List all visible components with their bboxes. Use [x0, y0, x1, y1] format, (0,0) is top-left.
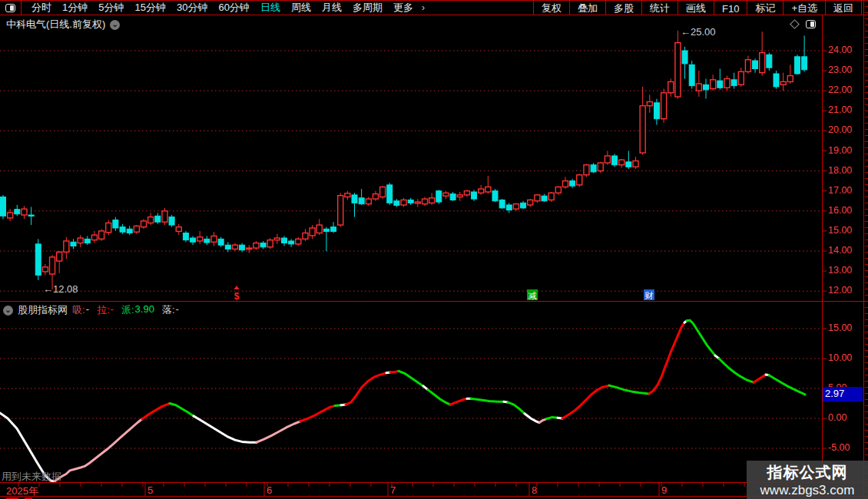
indicator-axis-label: 15.00 [828, 322, 863, 333]
indicator-current-value: 2.97 [823, 387, 863, 402]
svg-text:$: $ [234, 291, 240, 302]
indicator-line-segment [687, 320, 715, 355]
candle [296, 239, 301, 244]
candle [162, 211, 167, 222]
candle [633, 161, 638, 167]
candle [591, 165, 596, 172]
price-label: 21.00 [828, 104, 863, 115]
candle [387, 185, 393, 203]
watermark: 指标公式网 www.zbgs3.com [747, 461, 868, 499]
diamond-icon[interactable] [790, 19, 800, 29]
candle [724, 79, 730, 88]
indicator-line-segment [257, 421, 300, 442]
candle [436, 191, 442, 202]
candle [577, 175, 582, 185]
candle [745, 60, 750, 72]
candle [422, 199, 428, 204]
axis-right-border [863, 0, 864, 499]
candle [668, 81, 674, 92]
svg-text:减: 减 [528, 291, 537, 300]
candle [197, 237, 203, 241]
indicator-line-segment [450, 398, 467, 405]
candle [689, 64, 694, 85]
candle [345, 193, 350, 197]
right-scrollbar-strip[interactable] [865, 0, 868, 499]
candle [78, 238, 83, 243]
panel-divider [0, 301, 868, 302]
candle [35, 244, 41, 275]
candle [682, 51, 687, 64]
indicator-line-segment [471, 398, 504, 402]
candle [359, 198, 364, 204]
candle [84, 239, 90, 243]
candle [506, 205, 512, 210]
candle [584, 165, 589, 175]
candle [647, 102, 652, 106]
candle [675, 43, 681, 97]
chevron-down-icon[interactable]: ⌄ [110, 20, 120, 30]
indicator-line-segment [546, 417, 558, 418]
indicator-line-segment [390, 371, 399, 372]
candle [274, 238, 280, 240]
indicator-fields: 吸: -拉: -派: 3.90落: - [72, 303, 179, 317]
month-label-5: 5 [147, 484, 153, 496]
candle [380, 187, 386, 197]
indicator-field: 落: - [162, 303, 179, 317]
chart-canvas[interactable]: ←25.00←12.08$减财 [0, 0, 868, 499]
candle [352, 195, 357, 203]
candle [240, 245, 245, 250]
candle [704, 84, 709, 90]
candle [338, 196, 343, 225]
window-split-icon[interactable] [806, 20, 816, 28]
month-label-9: 9 [661, 484, 667, 496]
price-label: 19.00 [828, 145, 863, 156]
indicator-header: ⌄ 股朋指标网 吸: -拉: -派: 3.90落: - [3, 303, 179, 317]
indicator-line-segment [539, 419, 546, 423]
candle [429, 198, 435, 203]
candle [183, 233, 188, 240]
svg-text:财: 财 [645, 291, 654, 300]
candle [50, 257, 55, 274]
price-label: 23.00 [828, 64, 863, 75]
app-window: 分时1分钟5分钟15分钟30分钟60分钟日线周线月线多周期更多› 复权叠加多股统… [0, 0, 868, 499]
candle [366, 199, 371, 204]
indicator-line-segment [142, 404, 170, 419]
watermark-title: 指标公式网 [767, 462, 848, 483]
indicator-line-segment [769, 375, 805, 395]
candle [731, 80, 737, 86]
candle [598, 163, 603, 170]
price-label: 16.00 [828, 205, 863, 216]
candle [260, 243, 266, 247]
candle [1, 197, 6, 216]
indicator-field: 吸: - [72, 303, 89, 317]
candle [711, 80, 716, 89]
candle [204, 239, 210, 243]
candle [794, 57, 800, 74]
chevron-down-icon[interactable]: ⌄ [3, 306, 13, 316]
candle [780, 81, 786, 84]
candle [626, 162, 631, 167]
candle [28, 215, 34, 216]
candle [542, 196, 547, 201]
candle [787, 76, 793, 82]
indicator-line-segment [194, 416, 257, 442]
candle [225, 245, 230, 249]
candle [499, 200, 505, 207]
candle [738, 71, 744, 84]
candle [555, 187, 561, 193]
candle [457, 195, 462, 197]
candle [331, 227, 336, 232]
indicator-line-segment [428, 390, 450, 405]
indicator-line-segment [170, 404, 194, 416]
candle [696, 84, 701, 91]
candle [71, 242, 76, 246]
candle [120, 227, 125, 233]
candle [42, 267, 48, 272]
indicator-line-segment [754, 375, 766, 382]
candle [303, 233, 308, 240]
candle [443, 193, 449, 196]
price-label: 18.00 [828, 165, 863, 176]
candle [106, 223, 111, 232]
chart-title-row: 中科电气(日线.前复权) ⌄ [6, 18, 120, 31]
indicator-line-segment [55, 419, 142, 481]
